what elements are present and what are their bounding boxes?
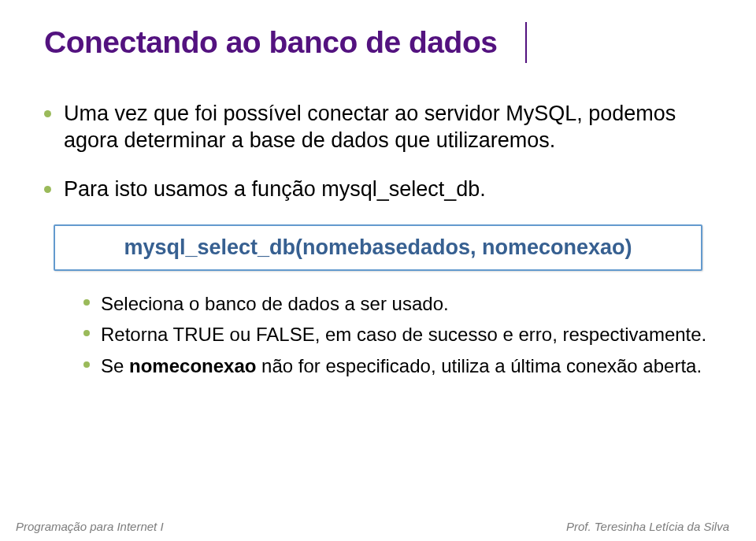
bullet-icon (83, 330, 90, 336)
bullet-icon (83, 299, 90, 306)
sub-bullet-text: Seleciona o banco de dados a ser usado. (101, 291, 449, 316)
slide: Conectando ao banco de dados Uma vez que… (0, 0, 756, 541)
text-segment: Seleciona o banco de dados a ser usado. (101, 293, 449, 314)
sub-bullet-item: Retorna TRUE ou FALSE, em caso de sucess… (83, 322, 712, 346)
text-bold: nomeconexao (129, 355, 256, 376)
code-text: mysql_select_db(nomebasedados, nomeconex… (68, 235, 688, 260)
slide-body: Uma vez que foi possível conectar ao ser… (44, 101, 712, 378)
title-divider (525, 22, 527, 63)
sub-list: Seleciona o banco de dados a ser usado. … (44, 291, 712, 378)
bullet-icon (83, 361, 90, 368)
footer-right: Prof. Teresinha Letícia da Silva (566, 520, 729, 533)
bullet-icon (44, 110, 51, 117)
footer: Programação para Internet I Prof. Teresi… (16, 520, 729, 533)
text-segment: não for especificado, utiliza a última c… (256, 355, 702, 376)
sub-bullet-text: Se nomeconexao não for especificado, uti… (101, 354, 702, 378)
bullet-text: Para isto usamos a função mysql_select_d… (64, 176, 486, 203)
sub-bullet-text: Retorna TRUE ou FALSE, em caso de sucess… (101, 322, 706, 346)
footer-left: Programação para Internet I (16, 520, 164, 533)
bullet-icon (44, 186, 51, 193)
text-segment: Retorna TRUE ou FALSE, em caso de sucess… (101, 324, 706, 345)
text-segment: Se (101, 355, 129, 376)
bullet-text: Uma vez que foi possível conectar ao ser… (64, 101, 712, 154)
code-box: mysql_select_db(nomebasedados, nomeconex… (54, 224, 702, 271)
slide-title: Conectando ao banco de dados (44, 25, 497, 60)
sub-bullet-item: Seleciona o banco de dados a ser usado. (83, 291, 712, 316)
bullet-item: Uma vez que foi possível conectar ao ser… (44, 101, 712, 154)
bullet-item: Para isto usamos a função mysql_select_d… (44, 176, 712, 203)
title-row: Conectando ao banco de dados (44, 22, 712, 63)
sub-bullet-item: Se nomeconexao não for especificado, uti… (83, 354, 712, 378)
